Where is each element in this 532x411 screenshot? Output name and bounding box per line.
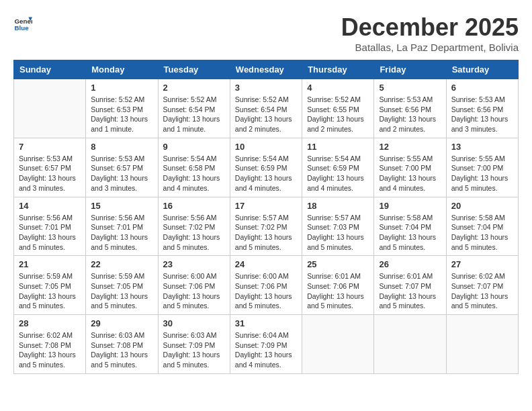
day-info: Sunrise: 5:53 AM Sunset: 6:56 PM Dayligh… <box>379 95 441 134</box>
calendar-day-cell: 7Sunrise: 5:53 AM Sunset: 6:57 PM Daylig… <box>14 138 86 197</box>
day-info: Sunrise: 5:57 AM Sunset: 7:03 PM Dayligh… <box>307 213 369 253</box>
calendar-day-cell: 23Sunrise: 6:00 AM Sunset: 7:06 PM Dayli… <box>158 256 230 315</box>
day-info: Sunrise: 5:56 AM Sunset: 7:01 PM Dayligh… <box>91 213 152 253</box>
day-info: Sunrise: 5:57 AM Sunset: 7:02 PM Dayligh… <box>235 213 297 253</box>
day-info: Sunrise: 5:54 AM Sunset: 6:59 PM Dayligh… <box>307 154 369 193</box>
calendar-day-cell: 26Sunrise: 6:01 AM Sunset: 7:07 PM Dayli… <box>374 256 446 315</box>
day-info: Sunrise: 6:04 AM Sunset: 7:09 PM Dayligh… <box>235 330 297 370</box>
day-info: Sunrise: 6:03 AM Sunset: 7:08 PM Dayligh… <box>91 330 152 370</box>
day-number: 16 <box>163 201 225 211</box>
calendar-day-cell: 28Sunrise: 6:02 AM Sunset: 7:08 PM Dayli… <box>14 315 86 374</box>
weekday-header-cell: Wednesday <box>230 60 302 79</box>
month-title: December 2025 <box>341 13 519 42</box>
day-info: Sunrise: 5:52 AM Sunset: 6:54 PM Dayligh… <box>163 95 225 134</box>
calendar-day-cell: 11Sunrise: 5:54 AM Sunset: 6:59 PM Dayli… <box>302 138 374 197</box>
calendar-day-cell: 9Sunrise: 5:54 AM Sunset: 6:58 PM Daylig… <box>158 138 230 197</box>
calendar-day-cell: 31Sunrise: 6:04 AM Sunset: 7:09 PM Dayli… <box>230 315 302 374</box>
location: Batallas, La Paz Department, Bolivia <box>341 42 519 53</box>
day-number: 26 <box>379 259 441 269</box>
day-number: 31 <box>235 318 297 328</box>
day-info: Sunrise: 5:53 AM Sunset: 6:57 PM Dayligh… <box>19 154 81 193</box>
weekday-header-cell: Thursday <box>302 60 374 79</box>
calendar-day-cell: 4Sunrise: 5:52 AM Sunset: 6:55 PM Daylig… <box>302 79 374 138</box>
day-info: Sunrise: 5:55 AM Sunset: 7:00 PM Dayligh… <box>379 154 441 193</box>
calendar-day-cell: 10Sunrise: 5:54 AM Sunset: 6:59 PM Dayli… <box>230 138 302 197</box>
svg-text:Blue: Blue <box>14 24 29 32</box>
calendar-day-cell: 8Sunrise: 5:53 AM Sunset: 6:57 PM Daylig… <box>86 138 158 197</box>
day-number: 4 <box>307 83 369 93</box>
calendar-day-cell: 29Sunrise: 6:03 AM Sunset: 7:08 PM Dayli… <box>86 315 158 374</box>
calendar-day-cell: 2Sunrise: 5:52 AM Sunset: 6:54 PM Daylig… <box>158 79 230 138</box>
logo: General Blue <box>13 13 32 32</box>
day-number: 27 <box>451 259 513 269</box>
calendar-day-cell: 3Sunrise: 5:52 AM Sunset: 6:54 PM Daylig… <box>230 79 302 138</box>
day-number: 21 <box>19 259 81 269</box>
day-info: Sunrise: 5:54 AM Sunset: 6:58 PM Dayligh… <box>163 154 225 193</box>
day-info: Sunrise: 5:52 AM Sunset: 6:53 PM Dayligh… <box>91 95 152 134</box>
page-header: General Blue December 2025 Batallas, La … <box>13 13 519 53</box>
day-number: 8 <box>91 142 152 152</box>
day-info: Sunrise: 5:58 AM Sunset: 7:04 PM Dayligh… <box>451 213 513 253</box>
calendar-day-cell: 12Sunrise: 5:55 AM Sunset: 7:00 PM Dayli… <box>374 138 446 197</box>
day-info: Sunrise: 6:01 AM Sunset: 7:06 PM Dayligh… <box>307 271 369 311</box>
calendar-day-cell <box>302 315 374 374</box>
calendar-day-cell: 20Sunrise: 5:58 AM Sunset: 7:04 PM Dayli… <box>446 197 518 256</box>
day-info: Sunrise: 6:00 AM Sunset: 7:06 PM Dayligh… <box>235 271 297 311</box>
day-number: 20 <box>451 201 513 211</box>
calendar-day-cell: 22Sunrise: 5:59 AM Sunset: 7:05 PM Dayli… <box>86 256 158 315</box>
weekday-header-cell: Sunday <box>14 60 86 79</box>
calendar-day-cell: 17Sunrise: 5:57 AM Sunset: 7:02 PM Dayli… <box>230 197 302 256</box>
day-number: 28 <box>19 318 81 328</box>
calendar-day-cell: 25Sunrise: 6:01 AM Sunset: 7:06 PM Dayli… <box>302 256 374 315</box>
day-number: 19 <box>379 201 441 211</box>
weekday-header-cell: Friday <box>374 60 446 79</box>
day-number: 6 <box>451 83 513 93</box>
calendar-day-cell: 15Sunrise: 5:56 AM Sunset: 7:01 PM Dayli… <box>86 197 158 256</box>
day-number: 12 <box>379 142 441 152</box>
calendar-day-cell: 1Sunrise: 5:52 AM Sunset: 6:53 PM Daylig… <box>86 79 158 138</box>
calendar-week-row: 21Sunrise: 5:59 AM Sunset: 7:05 PM Dayli… <box>14 256 519 315</box>
calendar-day-cell: 19Sunrise: 5:58 AM Sunset: 7:04 PM Dayli… <box>374 197 446 256</box>
weekday-header-cell: Tuesday <box>158 60 230 79</box>
calendar-day-cell <box>374 315 446 374</box>
calendar-day-cell: 14Sunrise: 5:56 AM Sunset: 7:01 PM Dayli… <box>14 197 86 256</box>
day-info: Sunrise: 5:54 AM Sunset: 6:59 PM Dayligh… <box>235 154 297 193</box>
calendar-table: SundayMondayTuesdayWednesdayThursdayFrid… <box>13 60 519 374</box>
day-info: Sunrise: 5:53 AM Sunset: 6:56 PM Dayligh… <box>451 95 513 134</box>
day-number: 18 <box>307 201 369 211</box>
day-number: 3 <box>235 83 297 93</box>
calendar-day-cell <box>446 315 518 374</box>
day-number: 15 <box>91 201 152 211</box>
day-number: 25 <box>307 259 369 269</box>
day-number: 29 <box>91 318 152 328</box>
calendar-day-cell: 6Sunrise: 5:53 AM Sunset: 6:56 PM Daylig… <box>446 79 518 138</box>
day-number: 2 <box>163 83 225 93</box>
day-number: 11 <box>307 142 369 152</box>
day-info: Sunrise: 5:52 AM Sunset: 6:54 PM Dayligh… <box>235 95 297 134</box>
day-number: 14 <box>19 201 81 211</box>
day-number: 23 <box>163 259 225 269</box>
day-info: Sunrise: 6:01 AM Sunset: 7:07 PM Dayligh… <box>379 271 441 311</box>
day-number: 7 <box>19 142 81 152</box>
day-number: 22 <box>91 259 152 269</box>
day-info: Sunrise: 6:02 AM Sunset: 7:07 PM Dayligh… <box>451 271 513 311</box>
day-info: Sunrise: 5:56 AM Sunset: 7:01 PM Dayligh… <box>19 213 81 253</box>
day-info: Sunrise: 6:03 AM Sunset: 7:09 PM Dayligh… <box>163 330 225 370</box>
day-info: Sunrise: 6:00 AM Sunset: 7:06 PM Dayligh… <box>163 271 225 311</box>
day-number: 13 <box>451 142 513 152</box>
calendar-day-cell <box>14 79 86 138</box>
day-info: Sunrise: 6:02 AM Sunset: 7:08 PM Dayligh… <box>19 330 81 370</box>
logo-icon: General Blue <box>13 13 32 32</box>
day-info: Sunrise: 5:56 AM Sunset: 7:02 PM Dayligh… <box>163 213 225 253</box>
day-info: Sunrise: 5:52 AM Sunset: 6:55 PM Dayligh… <box>307 95 369 134</box>
weekday-header-cell: Saturday <box>446 60 518 79</box>
day-number: 30 <box>163 318 225 328</box>
day-number: 17 <box>235 201 297 211</box>
day-info: Sunrise: 5:53 AM Sunset: 6:57 PM Dayligh… <box>91 154 152 193</box>
calendar-week-row: 1Sunrise: 5:52 AM Sunset: 6:53 PM Daylig… <box>14 79 519 138</box>
calendar-week-row: 14Sunrise: 5:56 AM Sunset: 7:01 PM Dayli… <box>14 197 519 256</box>
calendar-day-cell: 27Sunrise: 6:02 AM Sunset: 7:07 PM Dayli… <box>446 256 518 315</box>
weekday-header-row: SundayMondayTuesdayWednesdayThursdayFrid… <box>14 60 519 79</box>
day-info: Sunrise: 5:55 AM Sunset: 7:00 PM Dayligh… <box>451 154 513 193</box>
day-info: Sunrise: 5:59 AM Sunset: 7:05 PM Dayligh… <box>91 271 152 311</box>
